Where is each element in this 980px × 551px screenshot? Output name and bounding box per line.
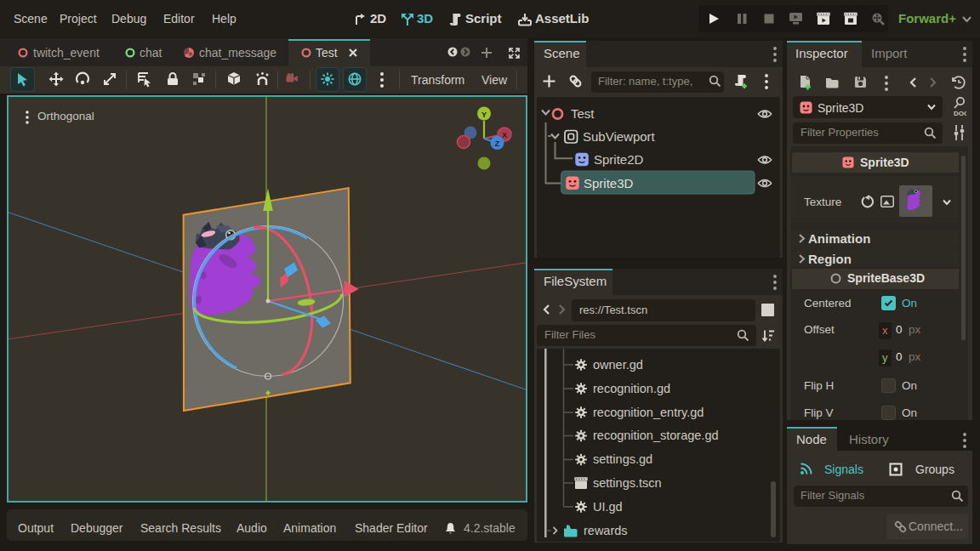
svg-text:Z: Z — [495, 139, 500, 148]
svg-text:Y: Y — [481, 111, 487, 119]
svg-text:X: X — [502, 131, 507, 139]
svg-text:DOC: DOC — [954, 110, 966, 117]
